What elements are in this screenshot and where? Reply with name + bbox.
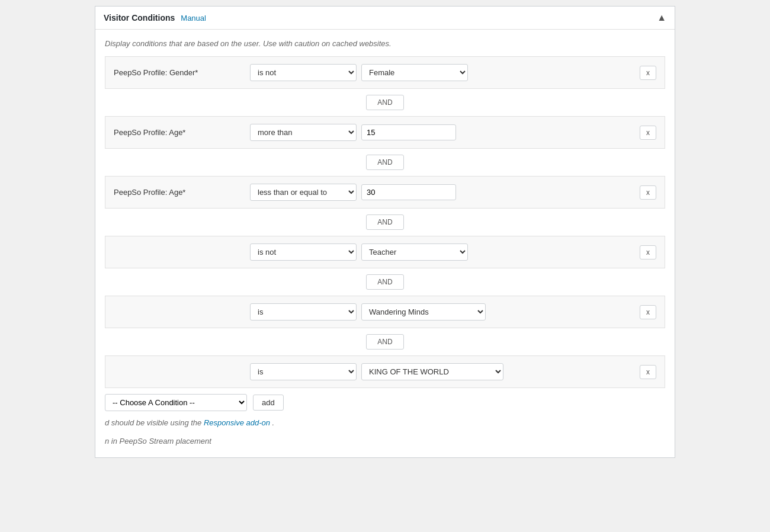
responsive-addon-link[interactable]: Responsive add-on [204,418,270,427]
condition-controls-4: is not is Teacher Student Other [250,243,634,261]
and-divider-2: AND [105,149,665,176]
and-divider-4: AND [105,268,665,296]
and-divider-5: AND [105,328,665,355]
panel-body: Display conditions that are based on the… [95,30,675,457]
collapse-button[interactable]: ▲ [657,12,666,23]
and-divider-3: AND [105,209,665,236]
footer-note-period: . [272,418,275,427]
and-divider-1: AND [105,89,665,116]
and-button-1[interactable]: AND [366,95,403,110]
condition-controls-3: less than or equal to more than is is no… [250,184,634,201]
condition-controls-6: is is not KING OF THE WORLD [250,363,634,380]
manual-link[interactable]: Manual [181,14,206,23]
condition-value-1[interactable]: Female Male Other [361,64,468,81]
condition-controls-5: is is not Wandering Minds [250,303,634,321]
and-button-2[interactable]: AND [366,155,403,170]
condition-operator-2[interactable]: more than less than is is not less than … [250,124,357,141]
add-button[interactable]: add [253,395,284,411]
visitor-conditions-panel: Visitor Conditions Manual ▲ Display cond… [95,6,675,458]
condition-operator-6[interactable]: is is not [250,363,357,380]
condition-value-input-3[interactable] [361,184,456,200]
condition-operator-1[interactable]: is not is [250,64,357,81]
footer-notes: d should be visible using the Responsive… [105,415,665,433]
condition-row-3: PeepSo Profile: Age* less than or equal … [105,176,665,209]
condition-operator-5[interactable]: is is not [250,303,357,321]
remove-button-4[interactable]: x [640,245,656,259]
condition-row-4: is not is Teacher Student Other x [105,236,665,268]
condition-value-input-2[interactable] [361,124,456,140]
add-row: -- Choose A Condition -- Max. Ad Impress… [105,388,665,415]
remove-button-6[interactable]: x [640,365,656,379]
panel-header: Visitor Conditions Manual ▲ [95,7,675,30]
condition-value-6[interactable]: KING OF THE WORLD [361,363,503,380]
condition-row: PeepSo Profile: Gender* is not is Female… [105,56,665,89]
condition-operator-3[interactable]: less than or equal to more than is is no… [250,184,357,201]
and-button-3[interactable]: AND [366,214,403,230]
remove-button-5[interactable]: x [640,305,656,319]
panel-title: Visitor Conditions [104,13,175,23]
condition-row-6: is is not KING OF THE WORLD x [105,355,665,388]
condition-label-2: PeepSo Profile: Age* [114,128,244,137]
condition-label-3: PeepSo Profile: Age* [114,188,244,197]
condition-label-1: PeepSo Profile: Gender* [114,68,244,77]
footer-stream-text: n in PeepSo Stream placement [105,437,211,446]
condition-operator-4[interactable]: is not is [250,243,357,261]
condition-row-5: is is not Wandering Minds x [105,296,665,328]
condition-controls-2: more than less than is is not less than … [250,124,634,141]
and-button-5[interactable]: AND [366,334,403,350]
remove-button-1[interactable]: x [640,66,656,80]
footer-note-text: d should be visible using the [105,418,204,427]
panel-header-left: Visitor Conditions Manual [104,13,206,23]
add-condition-select[interactable]: -- Choose A Condition -- Max. Ad Impress… [105,394,247,411]
and-button-4[interactable]: AND [366,274,403,290]
remove-button-3[interactable]: x [640,185,656,200]
notice-text: Display conditions that are based on the… [105,39,665,48]
condition-value-5[interactable]: Wandering Minds [361,303,486,321]
condition-row-2: PeepSo Profile: Age* more than less than… [105,116,665,149]
remove-button-2[interactable]: x [640,126,656,140]
condition-value-4[interactable]: Teacher Student Other [361,243,468,261]
condition-controls-1: is not is Female Male Other [250,64,634,81]
footer-stream: n in PeepSo Stream placement [105,433,665,448]
